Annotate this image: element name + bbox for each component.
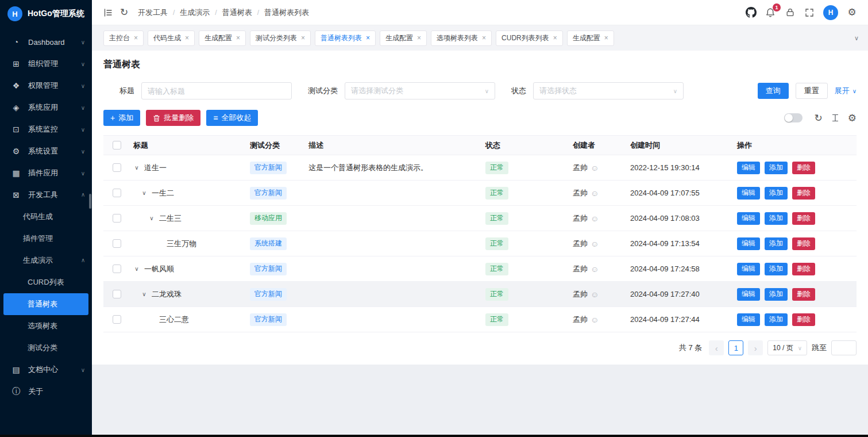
delete-row-button[interactable]: 删除 <box>792 288 815 301</box>
sidebar-item-普通树表[interactable]: 普通树表 <box>3 293 88 315</box>
edit-row-button[interactable]: 编辑 <box>737 237 760 250</box>
row-height-button[interactable] <box>831 114 839 122</box>
close-icon[interactable]: × <box>604 34 608 41</box>
row-checkbox[interactable] <box>113 290 121 298</box>
add-button[interactable]: + 添加 <box>103 110 140 126</box>
edit-row-button[interactable]: 编辑 <box>737 162 760 174</box>
row-checkbox[interactable] <box>113 315 121 324</box>
delete-row-button[interactable]: 删除 <box>792 263 815 275</box>
tab-测试分类列表[interactable]: 测试分类列表× <box>250 30 311 46</box>
status-filter-select[interactable]: 请选择状态 ∨ <box>533 82 684 99</box>
tab-普通树表列表[interactable]: 普通树表列表× <box>315 30 376 46</box>
sidebar-item-文档中心[interactable]: ▤文档中心∨ <box>0 359 92 381</box>
tab-选项树表列表[interactable]: 选项树表列表× <box>431 30 492 46</box>
row-checkbox[interactable] <box>113 264 121 273</box>
table-refresh-button[interactable]: ↻ <box>815 113 823 123</box>
jump-page-input[interactable] <box>831 340 857 355</box>
edit-row-button[interactable]: 编辑 <box>737 187 760 200</box>
tab-主控台[interactable]: 主控台× <box>103 30 144 46</box>
breadcrumb-item[interactable]: 普通树表列表 <box>264 7 309 18</box>
notifications-button[interactable]: 1 <box>762 5 778 21</box>
tab-生成配置[interactable]: 生成配置× <box>380 30 427 46</box>
breadcrumb-item[interactable]: 开发工具 <box>138 7 168 18</box>
tab-生成配置[interactable]: 生成配置× <box>567 30 614 46</box>
close-icon[interactable]: × <box>236 34 240 41</box>
sidebar-item-CURD列表[interactable]: CURD列表 <box>0 271 92 293</box>
add-row-button[interactable]: 添加 <box>765 288 788 301</box>
title-filter-input[interactable] <box>141 82 292 99</box>
edit-row-button[interactable]: 编辑 <box>737 313 760 326</box>
delete-row-button[interactable]: 删除 <box>792 162 815 174</box>
refresh-button[interactable]: ↻ <box>116 5 132 21</box>
delete-row-button[interactable]: 删除 <box>792 212 815 225</box>
add-row-button[interactable]: 添加 <box>765 263 788 275</box>
select-all-checkbox[interactable] <box>113 141 121 150</box>
sidebar-item-选项树表[interactable]: 选项树表 <box>0 315 92 337</box>
row-checkbox[interactable] <box>113 214 121 223</box>
tree-expand-icon[interactable]: ∨ <box>133 164 140 171</box>
close-icon[interactable]: × <box>553 34 557 41</box>
close-icon[interactable]: × <box>482 34 486 41</box>
delete-row-button[interactable]: 删除 <box>792 187 815 200</box>
fullscreen-button[interactable] <box>801 5 817 21</box>
striped-toggle[interactable] <box>784 113 803 122</box>
app-logo[interactable]: H HotGo管理系统 <box>0 0 92 28</box>
tree-expand-icon[interactable]: ∨ <box>148 215 155 221</box>
add-row-button[interactable]: 添加 <box>765 237 788 250</box>
row-checkbox[interactable] <box>113 189 121 197</box>
prev-page-button[interactable]: ‹ <box>709 340 724 355</box>
sidebar-item-插件应用[interactable]: ▦插件应用∨ <box>0 162 92 184</box>
settings-button[interactable]: ⚙ <box>844 5 860 21</box>
close-icon[interactable]: × <box>185 34 189 41</box>
add-row-button[interactable]: 添加 <box>765 313 788 326</box>
close-icon[interactable]: × <box>417 34 421 41</box>
lock-screen-button[interactable] <box>782 5 798 21</box>
sidebar-item-组织管理[interactable]: ⊞组织管理∨ <box>0 53 92 75</box>
collapse-all-button[interactable]: ≡ 全部收起 <box>206 110 258 126</box>
sidebar-item-权限管理[interactable]: ❖权限管理∨ <box>0 75 92 97</box>
sidebar-item-代码生成[interactable]: 代码生成 <box>0 206 92 228</box>
sidebar-item-生成演示[interactable]: 生成演示∨ <box>0 250 92 271</box>
delete-row-button[interactable]: 删除 <box>792 313 815 326</box>
tabs-chevron-down-icon[interactable]: ∨ <box>854 34 859 42</box>
tree-expand-icon[interactable]: ∨ <box>141 291 148 297</box>
tab-CUDR列表列表[interactable]: CUDR列表列表× <box>496 30 563 46</box>
breadcrumb-item[interactable]: 普通树表 <box>222 7 252 18</box>
add-row-button[interactable]: 添加 <box>765 212 788 225</box>
column-settings-button[interactable]: ⚙ <box>848 113 857 123</box>
github-button[interactable] <box>743 5 759 21</box>
row-checkbox[interactable] <box>113 163 121 172</box>
page-size-select[interactable]: 10 / 页 ∨ <box>767 340 807 355</box>
sidebar-item-Dashboard[interactable]: ◔Dashboard∨ <box>0 31 92 53</box>
close-icon[interactable]: × <box>366 34 370 41</box>
tree-expand-icon[interactable]: ∨ <box>133 266 140 272</box>
sidebar-scrollbar[interactable] <box>89 194 91 209</box>
tab-生成配置[interactable]: 生成配置× <box>199 30 246 46</box>
row-checkbox[interactable] <box>113 239 121 248</box>
sidebar-item-插件管理[interactable]: 插件管理 <box>0 228 92 250</box>
close-icon[interactable]: × <box>301 34 305 41</box>
page-number-button[interactable]: 1 <box>728 340 743 355</box>
edit-row-button[interactable]: 编辑 <box>737 263 760 275</box>
edit-row-button[interactable]: 编辑 <box>737 212 760 225</box>
add-row-button[interactable]: 添加 <box>765 187 788 200</box>
tree-expand-icon[interactable]: ∨ <box>141 190 148 196</box>
user-avatar[interactable]: H <box>823 5 838 20</box>
sidebar-item-系统监控[interactable]: ⊡系统监控∨ <box>0 118 92 140</box>
sidebar-item-开发工具[interactable]: ⊠开发工具∨ <box>0 184 92 206</box>
expand-filters-link[interactable]: 展开 ∨ <box>835 86 857 96</box>
sidebar-item-测试分类[interactable]: 测试分类 <box>0 337 92 359</box>
sidebar-collapse-button[interactable] <box>100 5 116 21</box>
category-filter-select[interactable]: 请选择测试分类 ∨ <box>345 82 495 99</box>
sidebar-item-系统应用[interactable]: ◈系统应用∨ <box>0 97 92 118</box>
batch-delete-button[interactable]: 批量删除 <box>146 110 200 126</box>
next-page-button[interactable]: › <box>748 340 763 355</box>
search-button[interactable]: 查询 <box>758 83 789 99</box>
reset-button[interactable]: 重置 <box>796 83 828 99</box>
close-icon[interactable]: × <box>134 34 138 41</box>
tab-代码生成[interactable]: 代码生成× <box>148 30 195 46</box>
add-row-button[interactable]: 添加 <box>765 162 788 174</box>
sidebar-item-关于[interactable]: ⓘ关于 <box>0 381 92 402</box>
edit-row-button[interactable]: 编辑 <box>737 288 760 301</box>
sidebar-item-系统设置[interactable]: ⚙系统设置∨ <box>0 140 92 162</box>
